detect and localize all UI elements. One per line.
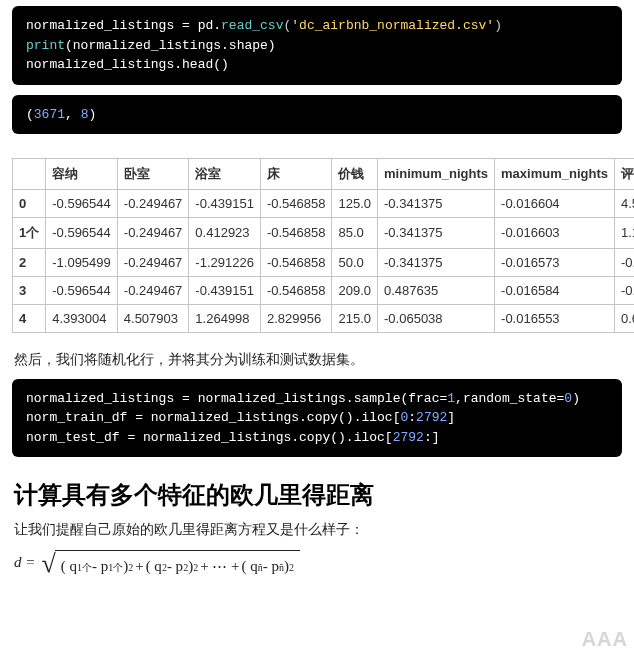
table-cell: 0.412923	[189, 217, 261, 248]
table-row: 3-0.596544-0.249467-0.439151-0.546858209…	[13, 276, 635, 304]
table-cell: -0.249467	[117, 189, 189, 217]
table-cell: -0.341375	[378, 217, 495, 248]
formula-text: ( q	[61, 558, 77, 575]
code-cell-2: normalized_listings = normalized_listing…	[12, 379, 622, 458]
formula-text: - p	[167, 558, 183, 575]
dataframe-table: 容纳 卧室 浴室 床 价钱 minimum_nights maximum_nig…	[12, 158, 634, 333]
table-header-cell	[13, 158, 46, 189]
code-line: :	[408, 410, 416, 425]
table-cell: -0.546858	[260, 217, 332, 248]
code-number: 1	[447, 391, 455, 406]
table-cell: -0.249467	[117, 217, 189, 248]
table-header-cell: 容纳	[46, 158, 118, 189]
formula-term: ( q1个 - p1个 )2	[61, 558, 134, 575]
formula-lhs: d =	[14, 554, 35, 571]
table-cell: -0.016573	[495, 248, 615, 276]
narrative-text: 让我们提醒自己原始的欧几里得距离方程又是什么样子：	[14, 521, 620, 539]
table-cell: -0.016604	[495, 189, 615, 217]
table-header-cell: 评论数	[614, 158, 634, 189]
table-cell: -0.249467	[117, 248, 189, 276]
narrative-text: 然后，我们将随机化行，并将其分为训练和测试数据集。	[14, 351, 620, 369]
table-cell: 50.0	[332, 248, 378, 276]
table-cell: -0.596544	[46, 189, 118, 217]
table-cell: 4.393004	[46, 304, 118, 332]
code-line: ,random_state=	[455, 391, 564, 406]
table-header-cell: 床	[260, 158, 332, 189]
euclidean-formula: d = √ ( q1个 - p1个 )2 + ( q2 - p2 )2 + ⋯ …	[14, 549, 620, 575]
table-cell: 215.0	[332, 304, 378, 332]
sqrt-icon: √	[41, 551, 55, 577]
code-fn: read_csv	[221, 18, 283, 33]
table-row: 1个-0.596544-0.2494670.412923-0.54685885.…	[13, 217, 635, 248]
code-number: 0	[564, 391, 572, 406]
code-fn: print	[26, 38, 65, 53]
table-cell: -0.016553	[495, 304, 615, 332]
code-line: :]	[424, 430, 440, 445]
formula-text: - p	[263, 558, 279, 575]
row-index: 3	[13, 276, 46, 304]
formula-plus: +	[135, 558, 143, 575]
code-line: ]	[447, 410, 455, 425]
code-line: norm_test_df = normalized_listings.copy(…	[26, 430, 393, 445]
code-number: 2792	[416, 410, 447, 425]
table-cell: -0.341375	[378, 248, 495, 276]
table-cell: -0.546858	[260, 248, 332, 276]
table-cell: -0.341375	[378, 189, 495, 217]
table-cell: -0.065038	[378, 304, 495, 332]
table-cell: 85.0	[332, 217, 378, 248]
table-cell: -0.439151	[189, 189, 261, 217]
table-cell: -0.546858	[260, 276, 332, 304]
output-paren: )	[88, 107, 96, 122]
code-punct: )	[494, 18, 502, 33]
code-line: (normalized_listings.shape)	[65, 38, 276, 53]
formula-radicand: ( q1个 - p1个 )2 + ( q2 - p2 )2 + ⋯ + ( qñ…	[55, 550, 300, 575]
code-number: 2792	[393, 430, 424, 445]
formula-sub: 1个	[108, 563, 123, 573]
table-cell: 2.829956	[260, 304, 332, 332]
table-cell: -1.291226	[189, 248, 261, 276]
formula-sup: 2	[128, 562, 133, 573]
table-cell: -0.249467	[117, 276, 189, 304]
code-cell-1: normalized_listings = pd.read_csv('dc_ai…	[12, 6, 622, 85]
table-cell: -0.016603	[495, 217, 615, 248]
row-index: 4	[13, 304, 46, 332]
table-cell: 1.264998	[189, 304, 261, 332]
output-cell-1: (3671, 8)	[12, 95, 622, 134]
code-line: )	[572, 391, 580, 406]
code-line: normalized_listings.head()	[26, 57, 229, 72]
row-index: 0	[13, 189, 46, 217]
table-cell: -0.482505	[614, 248, 634, 276]
row-index: 2	[13, 248, 46, 276]
formula-term: ( q2 - p2 )2	[146, 558, 199, 575]
formula-sup: 2	[193, 562, 198, 573]
formula-sup: 2	[289, 562, 294, 573]
table-header-row: 容纳 卧室 浴室 床 价钱 minimum_nights maximum_nig…	[13, 158, 635, 189]
table-cell: -0.016584	[495, 276, 615, 304]
table-cell: 0.487635	[378, 276, 495, 304]
table-header-cell: 卧室	[117, 158, 189, 189]
code-line: norm_train_df = normalized_listings.copy…	[26, 410, 400, 425]
table-cell: -0.596544	[46, 276, 118, 304]
table-header-cell: minimum_nights	[378, 158, 495, 189]
table-cell: 125.0	[332, 189, 378, 217]
table-cell: -0.596544	[46, 217, 118, 248]
formula-sub: 1个	[77, 563, 92, 573]
table-cell: 209.0	[332, 276, 378, 304]
table-cell: 4.579650	[614, 189, 634, 217]
code-line: normalized_listings = pd.	[26, 18, 221, 33]
code-string: 'dc_airbnb_normalized.csv'	[291, 18, 494, 33]
table-cell: 0.646219	[614, 304, 634, 332]
section-heading: 计算具有多个特征的欧几里得距离	[14, 479, 620, 511]
formula-text: ( q	[146, 558, 162, 575]
code-line: normalized_listings = normalized_listing…	[26, 391, 447, 406]
table-cell: -0.448301	[614, 276, 634, 304]
output-number: 3671	[34, 107, 65, 122]
output-comma: ,	[65, 107, 81, 122]
row-index: 1个	[13, 217, 46, 248]
table-header-cell: maximum_nights	[495, 158, 615, 189]
table-row: 44.3930044.5079031.2649982.829956215.0-0…	[13, 304, 635, 332]
formula-text: ( q	[242, 558, 258, 575]
output-paren: (	[26, 107, 34, 122]
formula-term: ( qñ - pñ )2	[242, 558, 295, 575]
table-row: 0-0.596544-0.249467-0.439151-0.546858125…	[13, 189, 635, 217]
